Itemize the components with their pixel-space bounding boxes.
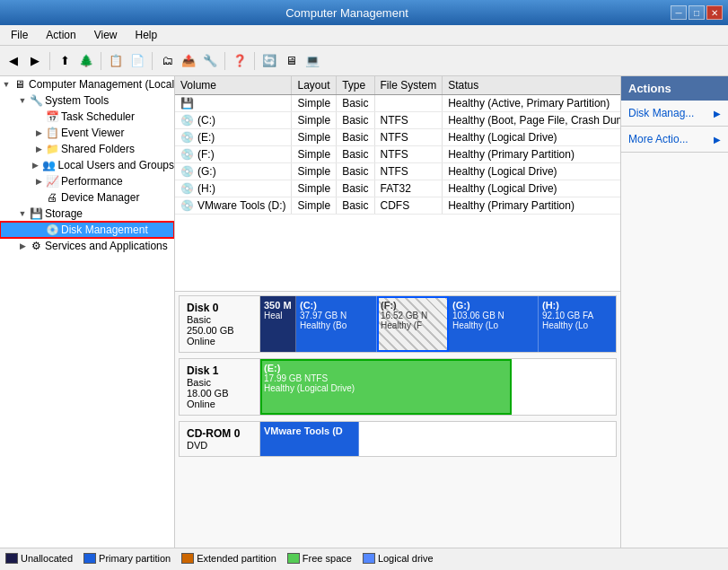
legend-label: Free space [303,553,352,564]
actions-header: Actions [621,76,728,101]
table-cell: Simple [292,146,337,163]
partition[interactable]: (H:) 92.10 GB FA Healthy (Lo [539,296,616,352]
toolbar-defrag[interactable]: 🖥 [281,51,301,71]
toolbar-new[interactable]: 🗂 [157,51,177,71]
partition[interactable]: (E:) 17.99 GB NTFS Healthy (Logical Driv… [260,359,512,415]
toolbar-help[interactable]: ❓ [230,51,250,71]
disk-partitions: 350 M Heal (C:) 37.97 GB N Healthy (Bo(F… [260,296,616,352]
disk-expander [32,224,45,236]
action-more[interactable]: More Actio... ▶ [621,130,728,148]
action-disk-manage[interactable]: Disk Manag... ▶ [621,104,728,122]
table-row[interactable]: 💿(H:)SimpleBasicFAT32Healthy (Logical Dr… [175,180,620,197]
table-cell: NTFS [374,112,443,129]
table-row[interactable]: 💿(E:)SimpleBasicNTFSHealthy (Logical Dri… [175,129,620,146]
disk-type: Basic [187,377,252,388]
close-button[interactable]: ✕ [706,5,723,20]
tree-services[interactable]: ▶ ⚙ Services and Applications [0,238,174,254]
col-status[interactable]: Status [443,76,620,95]
menu-view[interactable]: View [87,27,125,43]
toolbar-show-hide-tree[interactable]: 🌲 [76,51,96,71]
tree-disk-management[interactable]: 💿 Disk Management [0,222,174,238]
toolbar-view[interactable]: 📋 [106,51,126,71]
tree-storage[interactable]: ▼ 💾 Storage [0,206,174,222]
col-layout[interactable]: Layout [292,76,337,95]
table-row[interactable]: 💿VMware Tools (D:)SimpleBasicCDFSHealthy… [175,197,620,215]
partition[interactable]: VMware Tools (D [260,422,359,456]
table-cell: Simple [292,197,337,215]
system-tools-expander[interactable]: ▼ [16,94,29,107]
legend-box [287,553,300,564]
users-expander[interactable]: ▶ [30,159,42,171]
table-cell: 💿(E:) [175,129,292,146]
legend-box [363,553,375,564]
tree-event-viewer[interactable]: ▶ 📋 Event Viewer [0,125,174,141]
tree-performance[interactable]: ▶ 📈 Performance [0,173,174,189]
disk-info: Disk 1 Basic 18.00 GB Online [180,359,260,415]
table-row[interactable]: 💿(G:)SimpleBasicNTFSHealthy (Logical Dri… [175,163,620,180]
partition-size: 16.52 GB N [381,311,444,320]
shared-label: Shared Folders [61,143,135,155]
toolbar-refresh[interactable]: 🔄 [259,51,279,71]
legend-item: Unallocated [5,553,73,564]
toolbar-export[interactable]: 📤 [179,51,198,71]
table-cell: Simple [292,95,337,112]
legend-box [5,553,18,564]
partition[interactable]: 350 M Heal [260,296,296,352]
table-cell: Simple [292,163,337,180]
legend-label: Extended partition [197,553,276,564]
table-cell: CDFS [374,197,443,215]
tree-root[interactable]: ▼ 🖥 Computer Management (Local [0,76,174,92]
legend-bar: UnallocatedPrimary partitionExtended par… [0,548,728,567]
tree-shared-folders[interactable]: ▶ 📁 Shared Folders [0,141,174,157]
minimize-button[interactable]: ─ [671,5,687,20]
tree-local-users[interactable]: ▶ 👥 Local Users and Groups [0,157,174,173]
disk-table-area: Volume Layout Type File System Status 💾S… [175,76,620,292]
maximize-button[interactable]: □ [689,5,705,20]
partition[interactable]: (G:) 103.06 GB N Healthy (Lo [449,296,539,352]
disk-label: Disk Management [61,224,148,236]
root-expander[interactable]: ▼ [0,78,13,91]
event-expander[interactable]: ▶ [32,127,45,139]
more-arrow: ▶ [714,135,721,145]
toolbar-properties[interactable]: 🔧 [200,51,220,71]
disk-manage-arrow: ▶ [714,109,721,118]
partition[interactable]: (F:) 16.52 GB N Healthy (F [377,296,449,352]
toolbar-back[interactable]: ◀ [4,51,23,71]
col-filesystem[interactable]: File System [374,76,443,95]
menu-action[interactable]: Action [39,27,83,43]
toolbar-up[interactable]: ⬆ [55,51,75,71]
disk-graphical-view: Disk 0 Basic 250.00 GB Online350 M Heal … [175,292,620,548]
toolbar-forward[interactable]: ▶ [25,51,45,71]
col-volume[interactable]: Volume [175,76,292,95]
table-cell: Healthy (Primary Partition) [443,146,620,163]
table-row[interactable]: 💿(F:)SimpleBasicNTFSHealthy (Primary Par… [175,146,620,163]
window-title: Computer Management [23,6,671,20]
legend-label: Primary partition [99,553,171,564]
table-cell: FAT32 [374,180,443,197]
storage-icon: 💾 [29,206,43,221]
partition-status: Healthy (F [381,320,444,330]
tree-device-manager[interactable]: 🖨 Device Manager [0,189,174,206]
partition[interactable]: (C:) 37.97 GB N Healthy (Bo [296,296,377,352]
storage-expander[interactable]: ▼ [16,207,29,220]
col-type[interactable]: Type [337,76,374,95]
perf-expander[interactable]: ▶ [32,175,45,188]
disk-name: CD-ROM 0 [187,427,252,440]
legend-item: Primary partition [83,553,171,564]
table-row[interactable]: 💾SimpleBasicHealthy (Active, Primary Par… [175,95,620,112]
tree-system-tools[interactable]: ▼ 🔧 System Tools [0,92,174,109]
menu-file[interactable]: File [4,27,35,43]
table-cell: 💿(C:) [175,112,292,129]
table-cell: 💿(G:) [175,163,292,180]
shared-expander[interactable]: ▶ [32,143,45,155]
partition-label: (E:) [264,363,507,373]
table-row[interactable]: 💿(C:)SimpleBasicNTFSHealthy (Boot, Page … [175,112,620,129]
tree-task-scheduler[interactable]: 📅 Task Scheduler [0,109,174,125]
action-more-label: More Actio... [628,133,689,145]
toolbar-computer[interactable]: 💻 [303,51,322,71]
services-icon: ⚙ [29,239,43,253]
services-label: Services and Applications [45,240,168,252]
menu-help[interactable]: Help [128,27,165,43]
services-expander[interactable]: ▶ [16,240,29,252]
toolbar-view2[interactable]: 📄 [127,51,147,71]
